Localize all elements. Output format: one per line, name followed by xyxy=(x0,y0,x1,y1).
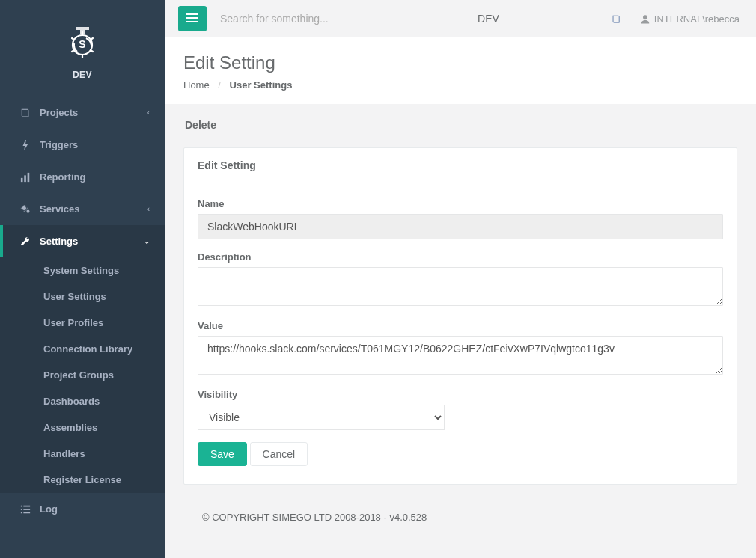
value-label: Value xyxy=(198,320,723,331)
page-heading: Edit Setting Home / User Settings xyxy=(165,37,756,104)
user-icon xyxy=(641,14,650,24)
bolt-icon xyxy=(19,140,32,150)
bar-chart-icon xyxy=(19,172,32,183)
nav-label: Services xyxy=(40,203,147,215)
nav-services[interactable]: Services ‹ xyxy=(0,193,165,225)
nav-label: Settings xyxy=(40,236,144,247)
value-field[interactable]: https://hooks.slack.com/services/T061MGY… xyxy=(198,336,723,375)
page-title: Edit Setting xyxy=(183,52,737,73)
nav-label: Triggers xyxy=(40,139,150,150)
environment-label: DEV xyxy=(478,13,499,25)
breadcrumb-active: User Settings xyxy=(230,79,293,91)
chevron-left-icon: ‹ xyxy=(147,108,150,117)
list-icon xyxy=(19,504,32,515)
chevron-left-icon: ‹ xyxy=(147,205,150,213)
edit-setting-panel: Edit Setting Name Description Value http… xyxy=(183,147,737,485)
content: Delete Edit Setting Name Description Val… xyxy=(165,104,756,535)
search-input[interactable] xyxy=(220,13,415,25)
svg-rect-7 xyxy=(21,505,22,506)
subnav-register-license[interactable]: Register License xyxy=(0,467,165,493)
book-icon xyxy=(612,14,621,24)
logo-area: S DEV xyxy=(0,0,165,96)
logo-label: DEV xyxy=(0,70,165,80)
svg-text:S: S xyxy=(79,38,85,50)
logo-icon: S xyxy=(62,21,103,64)
user-menu[interactable]: INTERNAL\rebecca xyxy=(641,13,740,25)
svg-point-5 xyxy=(22,206,26,209)
save-button[interactable]: Save xyxy=(198,442,247,466)
nav-log[interactable]: Log xyxy=(0,493,165,525)
nav-reporting[interactable]: Reporting xyxy=(0,161,165,193)
panel-heading: Edit Setting xyxy=(184,148,737,183)
subnav-dashboards[interactable]: Dashboards xyxy=(0,388,165,414)
nav-settings-submenu: System Settings User Settings User Profi… xyxy=(0,257,165,493)
nav-triggers[interactable]: Triggers xyxy=(0,129,165,161)
topbar: DEV INTERNAL\rebecca xyxy=(165,0,756,37)
bars-icon xyxy=(186,13,198,25)
svg-point-6 xyxy=(26,209,29,212)
wrench-icon xyxy=(19,236,32,247)
main-area: DEV INTERNAL\rebecca Edit Setting Home /… xyxy=(165,0,756,558)
svg-rect-14 xyxy=(186,17,198,19)
subnav-system-settings[interactable]: System Settings xyxy=(0,257,165,283)
svg-rect-9 xyxy=(21,509,22,510)
nav-label: Log xyxy=(40,503,150,515)
footer: © COPYRIGHT SIMEGO LTD 2008-2018 - v4.0.… xyxy=(183,500,737,535)
nav-label: Projects xyxy=(40,107,147,118)
svg-rect-8 xyxy=(23,505,30,506)
breadcrumb-home[interactable]: Home xyxy=(183,79,210,91)
description-field[interactable] xyxy=(198,267,723,306)
svg-rect-3 xyxy=(24,175,26,182)
sidebar: S DEV Projects ‹ Triggers Reporting Serv… xyxy=(0,0,165,558)
name-label: Name xyxy=(198,198,723,209)
svg-rect-13 xyxy=(186,13,198,15)
nav-settings[interactable]: Settings ⌄ xyxy=(0,225,165,257)
subnav-handlers[interactable]: Handlers xyxy=(0,441,165,467)
subnav-user-settings[interactable]: User Settings xyxy=(0,283,165,310)
top-book-link[interactable] xyxy=(612,14,626,24)
book-icon xyxy=(19,108,32,118)
subnav-assemblies[interactable]: Assemblies xyxy=(0,414,165,441)
svg-rect-2 xyxy=(21,177,23,181)
description-label: Description xyxy=(198,251,723,263)
breadcrumb-separator: / xyxy=(218,79,221,91)
svg-rect-15 xyxy=(186,21,198,22)
delete-link[interactable]: Delete xyxy=(185,119,216,131)
visibility-select[interactable]: Visible xyxy=(198,405,445,430)
cogs-icon xyxy=(19,204,32,215)
nav-projects[interactable]: Projects ‹ xyxy=(0,96,165,129)
menu-toggle-button[interactable] xyxy=(178,6,207,31)
breadcrumb: Home / User Settings xyxy=(183,79,737,91)
subnav-project-groups[interactable]: Project Groups xyxy=(0,362,165,388)
svg-point-16 xyxy=(643,15,647,19)
nav-label: Reporting xyxy=(40,171,150,183)
chevron-down-icon: ⌄ xyxy=(144,237,150,245)
user-label: INTERNAL\rebecca xyxy=(654,13,740,25)
copyright-text: © COPYRIGHT SIMEGO LTD 2008-2018 - v4.0.… xyxy=(202,512,427,523)
svg-rect-10 xyxy=(23,509,30,510)
svg-rect-11 xyxy=(21,512,22,513)
cancel-button[interactable]: Cancel xyxy=(250,442,308,466)
svg-rect-12 xyxy=(23,512,30,513)
visibility-label: Visibility xyxy=(198,389,723,400)
svg-rect-4 xyxy=(28,172,30,181)
name-field[interactable] xyxy=(198,214,723,239)
subnav-connection-library[interactable]: Connection Library xyxy=(0,336,165,362)
subnav-user-profiles[interactable]: User Profiles xyxy=(0,310,165,336)
panel-body: Name Description Value https://hooks.sla… xyxy=(184,183,737,484)
